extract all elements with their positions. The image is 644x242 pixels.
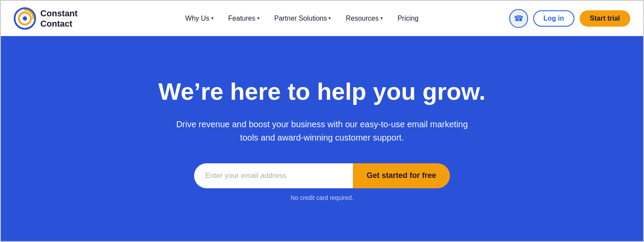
chevron-down-icon: ▾ bbox=[328, 15, 331, 21]
chevron-down-icon: ▾ bbox=[257, 15, 260, 21]
hero-section: We’re here to help you grow. Drive reven… bbox=[1, 36, 643, 242]
no-credit-card-text: No credit card required. bbox=[291, 194, 353, 201]
hero-title: We’re here to help you grow. bbox=[158, 78, 486, 105]
chevron-down-icon: ▾ bbox=[211, 15, 214, 21]
navbar: Constant Contact Why Us ▾ Features ▾ Par… bbox=[1, 1, 643, 36]
nav-actions: ☎ Log in Start trial bbox=[509, 9, 630, 28]
email-input[interactable] bbox=[194, 163, 353, 188]
phone-button[interactable]: ☎ bbox=[509, 9, 528, 28]
login-button[interactable]: Log in bbox=[533, 10, 574, 27]
hero-form: Get started for free bbox=[194, 163, 450, 188]
svg-point-2 bbox=[23, 16, 27, 21]
start-trial-button[interactable]: Start trial bbox=[580, 10, 630, 27]
hero-subtitle: Drive revenue and boost your business wi… bbox=[167, 118, 477, 144]
chevron-down-icon: ▾ bbox=[380, 15, 383, 21]
nav-item-why-us[interactable]: Why Us ▾ bbox=[179, 11, 220, 26]
nav-item-features[interactable]: Features ▾ bbox=[222, 11, 266, 26]
nav-links: Why Us ▾ Features ▾ Partner Solutions ▾ … bbox=[95, 11, 509, 26]
logo[interactable]: Constant Contact bbox=[14, 7, 78, 30]
nav-item-partner-solutions[interactable]: Partner Solutions ▾ bbox=[268, 11, 337, 26]
logo-icon bbox=[14, 7, 36, 30]
logo-text: Constant Contact bbox=[40, 8, 78, 29]
get-started-button[interactable]: Get started for free bbox=[353, 163, 450, 188]
nav-item-pricing[interactable]: Pricing bbox=[392, 11, 425, 26]
nav-item-resources[interactable]: Resources ▾ bbox=[340, 11, 389, 26]
phone-icon: ☎ bbox=[514, 14, 523, 23]
